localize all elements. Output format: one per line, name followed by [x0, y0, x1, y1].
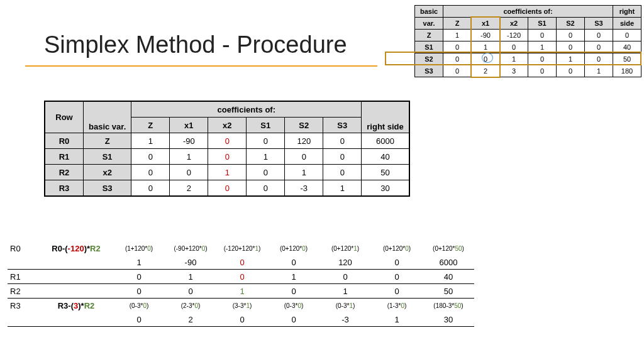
row-op-expr: R3-(3)*R2: [39, 299, 113, 313]
table-row: 1 -90 0 0 120 0 6000: [8, 255, 474, 270]
corner-top: basic: [415, 6, 443, 18]
coeff-header: coefficients of:: [131, 101, 362, 118]
table-row: R1 0 1 0 1 0 0 40: [8, 270, 474, 284]
bv-header: basic var.: [84, 101, 131, 133]
rhs-header-top: right: [613, 6, 641, 18]
table-row: R3 S3 0 2 0 0 -3 1 30: [45, 180, 409, 197]
rhs-header: right side: [362, 101, 409, 133]
table-row: R1 S1 0 1 0 1 0 0 40: [45, 149, 409, 165]
row-op-r3: R3 R3-(3)*R2 (0-3*0) (2-3*0) (3-3*1) (0-…: [8, 299, 474, 313]
table-row: S3 0 2 3 0 0 1 180: [415, 65, 641, 77]
page-title: Simplex Method - Procedure: [44, 31, 347, 58]
table-row: 0 2 0 0 -3 1 30: [8, 312, 474, 327]
title-underline: [25, 65, 377, 67]
row-op-r0: R0 R0-(-120)*R2 (1+120*0) (-90+120*0) (-…: [8, 241, 474, 255]
table-row: Z 1 -90 -120 0 0 0 0: [415, 30, 641, 41]
coeff-header: coefficients of:: [443, 6, 613, 18]
table-row: S1 0 1 0 1 0 0 40: [415, 41, 641, 53]
table-row: R0 Z 1 -90 0 0 120 0 6000: [45, 133, 409, 149]
table-row: R2 0 0 1 0 1 0 50: [8, 284, 474, 299]
updated-tableau: Row basic var. coefficients of: right si…: [44, 101, 410, 197]
row-operations: R0 R0-(-120)*R2 (1+120*0) (-90+120*0) (-…: [8, 241, 474, 327]
rhs-header-bot: side: [613, 18, 641, 30]
corner-bot: var.: [415, 18, 443, 30]
row-op-expr: R0-(-120)*R2: [39, 241, 113, 255]
table-row: S2 0 0 1 0 1 0 50: [415, 53, 641, 65]
row-header: Row: [45, 101, 84, 133]
initial-tableau: basic coefficients of: right var. Z x1 x…: [414, 5, 641, 77]
table-row: R2 x2 0 0 1 0 1 0 50: [45, 165, 409, 180]
